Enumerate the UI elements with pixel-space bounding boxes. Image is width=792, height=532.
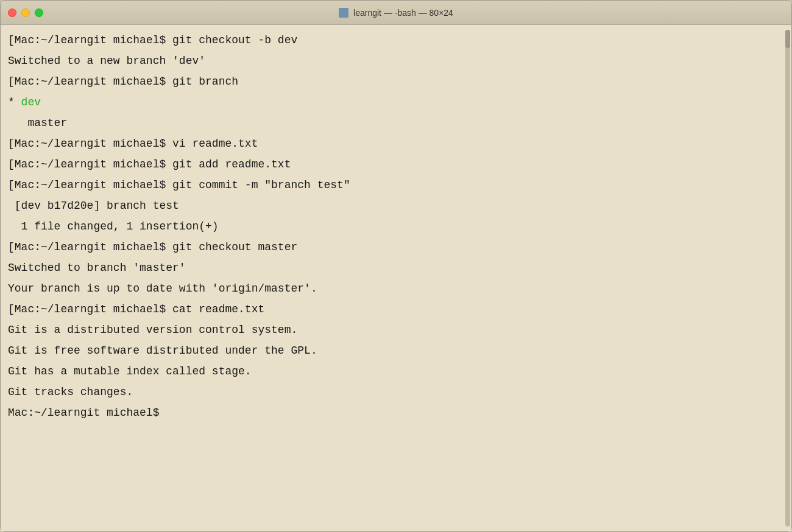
window-controls xyxy=(8,9,43,17)
terminal-line-5: master xyxy=(8,113,784,133)
terminal-line-2: Switched to a new branch 'dev' xyxy=(8,51,784,71)
line-text-19: Mac:~/learngit michael$ xyxy=(8,402,784,423)
terminal-line-4: * dev xyxy=(8,92,784,113)
terminal-line-1: [Mac:~/learngit michael$ git checkout -b… xyxy=(8,30,784,51)
terminal-icon xyxy=(339,8,348,18)
line-text-2: Switched to a new branch 'dev' xyxy=(8,51,784,71)
line-text-7: [Mac:~/learngit michael$ git add readme.… xyxy=(8,154,784,175)
scrollbar-thumb[interactable] xyxy=(785,30,790,48)
line-text-8: [Mac:~/learngit michael$ git commit -m "… xyxy=(8,175,784,195)
line-text-17: Git has a mutable index called stage. xyxy=(8,361,784,382)
line-text-1: [Mac:~/learngit michael$ git checkout -b… xyxy=(8,30,784,51)
line-text-10: 1 file changed, 1 insertion(+) xyxy=(8,216,784,237)
terminal-line-14: [Mac:~/learngit michael$ cat readme.txt xyxy=(8,299,784,320)
line-text-12: Switched to branch 'master' xyxy=(8,257,784,278)
terminal-line-19: Mac:~/learngit michael$ xyxy=(8,402,784,423)
terminal-line-9: [dev b17d20e] branch test xyxy=(8,195,784,216)
line-text-9: [dev b17d20e] branch test xyxy=(8,195,784,216)
line-text-4-prefix: * dev xyxy=(8,92,784,113)
line-text-5: master xyxy=(8,113,784,133)
terminal-line-17: Git has a mutable index called stage. xyxy=(8,361,784,382)
terminal-line-15: Git is a distributed version control sys… xyxy=(8,320,784,340)
line-text-16: Git is free software distributed under t… xyxy=(8,340,784,361)
line-text-18: Git tracks changes. xyxy=(8,382,784,402)
scrollbar[interactable] xyxy=(785,30,790,527)
terminal-line-3: [Mac:~/learngit michael$ git branch xyxy=(8,71,784,92)
terminal-window: learngit — -bash — 80×24 [Mac:~/learngit… xyxy=(0,0,792,532)
terminal-line-6: [Mac:~/learngit michael$ vi readme.txt xyxy=(8,133,784,154)
line-text-11: [Mac:~/learngit michael$ git checkout ma… xyxy=(8,237,784,257)
terminal-body[interactable]: [Mac:~/learngit michael$ git checkout -b… xyxy=(1,25,791,531)
terminal-line-7: [Mac:~/learngit michael$ git add readme.… xyxy=(8,154,784,175)
close-button[interactable] xyxy=(8,9,16,17)
line-text-14: [Mac:~/learngit michael$ cat readme.txt xyxy=(8,299,784,320)
line-text-6: [Mac:~/learngit michael$ vi readme.txt xyxy=(8,133,784,154)
line-text-15: Git is a distributed version control sys… xyxy=(8,320,784,340)
terminal-line-13: Your branch is up to date with 'origin/m… xyxy=(8,278,784,299)
titlebar-text: learngit — -bash — 80×24 xyxy=(339,8,453,18)
line-text-13: Your branch is up to date with 'origin/m… xyxy=(8,278,784,299)
maximize-button[interactable] xyxy=(35,9,43,17)
terminal-line-16: Git is free software distributed under t… xyxy=(8,340,784,361)
line-text-3: [Mac:~/learngit michael$ git branch xyxy=(8,71,784,92)
terminal-line-11: [Mac:~/learngit michael$ git checkout ma… xyxy=(8,237,784,257)
terminal-line-18: Git tracks changes. xyxy=(8,382,784,402)
titlebar: learngit — -bash — 80×24 xyxy=(1,1,791,25)
terminal-line-8: [Mac:~/learngit michael$ git commit -m "… xyxy=(8,175,784,195)
terminal-line-10: 1 file changed, 1 insertion(+) xyxy=(8,216,784,237)
minimize-button[interactable] xyxy=(21,9,30,17)
terminal-line-12: Switched to branch 'master' xyxy=(8,257,784,278)
titlebar-title: learngit — -bash — 80×24 xyxy=(353,8,453,18)
